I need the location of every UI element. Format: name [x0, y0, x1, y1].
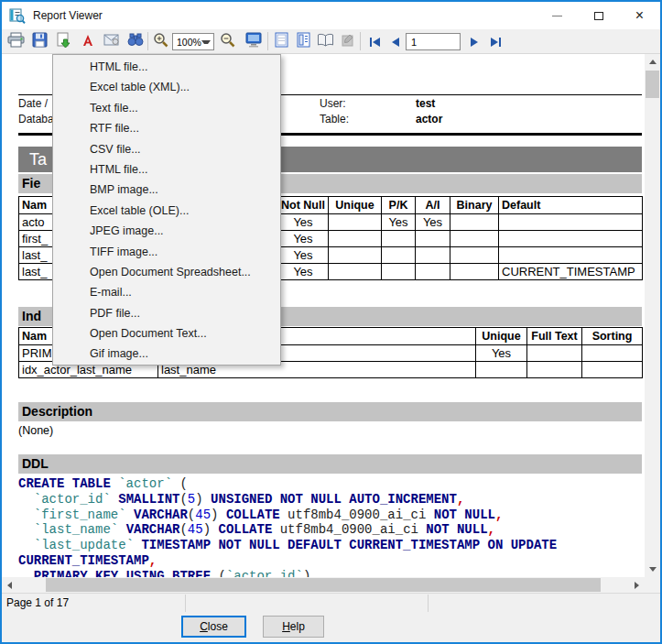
- last-page-button[interactable]: [485, 31, 506, 52]
- menu-item-1[interactable]: Excel table (XML)...: [53, 77, 280, 97]
- scroll-down-button[interactable]: [645, 562, 660, 577]
- scroll-up-button[interactable]: [645, 54, 660, 70]
- email-button[interactable]: [101, 31, 122, 52]
- fit-screen-icon: [245, 32, 262, 51]
- col-index-fulltext: Full Text: [527, 328, 582, 345]
- table-value: actor: [416, 113, 442, 126]
- ddl-line: `last_name` VARCHAR(45) COLLATE utf8mb4_…: [18, 522, 557, 538]
- printer-icon: [7, 32, 25, 51]
- col-index-sorting: Sorting: [582, 328, 643, 345]
- menu-item-4[interactable]: CSV file...: [53, 139, 280, 159]
- horizontal-scrollbar[interactable]: [2, 577, 645, 593]
- first-page-icon: [370, 38, 380, 47]
- user-value: test: [416, 97, 435, 110]
- pdf-icon: [81, 33, 95, 51]
- ddl-line: `first_name` VARCHAR(45) COLLATE utf8mb4…: [18, 508, 557, 523]
- save-button[interactable]: [29, 31, 50, 52]
- export-menu: HTML file...Excel table (XML)...Text fil…: [52, 54, 281, 366]
- menu-item-3[interactable]: RTF file...: [53, 118, 280, 138]
- minimize-icon: [552, 16, 562, 16]
- horizontal-scroll-thumb[interactable]: [46, 578, 601, 592]
- menu-item-10[interactable]: Open Document Spreadsheet...: [53, 262, 280, 282]
- close-button[interactable]: Close: [181, 616, 246, 638]
- export-button[interactable]: [53, 31, 74, 52]
- multi-page-icon: [297, 32, 311, 51]
- close-window-button[interactable]: ×: [619, 2, 660, 29]
- menu-item-6[interactable]: BMP image...: [53, 180, 280, 200]
- minimize-button[interactable]: [537, 2, 578, 29]
- status-separator: [185, 595, 186, 612]
- menu-item-13[interactable]: Open Document Text...: [53, 323, 280, 344]
- report-viewer-window: Report Viewer × 100%: [0, 0, 662, 644]
- vertical-scrollbar[interactable]: [645, 54, 660, 577]
- pdf-button[interactable]: [77, 31, 98, 52]
- book-preview-button[interactable]: [315, 31, 336, 52]
- col-pk: P/K: [382, 197, 416, 214]
- prev-page-icon: [392, 38, 399, 47]
- database-label: Databa: [18, 113, 54, 126]
- page-setup-icon: [275, 32, 288, 51]
- page-setup-button[interactable]: [271, 31, 292, 52]
- toolbar-separator: [360, 32, 361, 50]
- chevron-down-icon: [649, 567, 657, 572]
- caption-buttons: ×: [537, 2, 660, 29]
- fit-screen-button[interactable]: [243, 31, 264, 52]
- print-button[interactable]: [5, 31, 27, 52]
- first-page-button[interactable]: [364, 31, 385, 52]
- menu-item-11[interactable]: E-mail...: [53, 282, 280, 302]
- statusbar: Page 1 of 17: [2, 593, 660, 612]
- col-default: Default: [499, 197, 643, 214]
- scroll-right-button[interactable]: [629, 577, 645, 593]
- toolbar-separator: [147, 32, 148, 50]
- menu-item-0[interactable]: HTML file...: [53, 57, 280, 77]
- menu-item-14[interactable]: Gif image...: [53, 344, 280, 364]
- last-page-icon: [491, 38, 501, 47]
- maximize-button[interactable]: [578, 2, 619, 29]
- zoom-out-button[interactable]: [217, 31, 238, 52]
- ddl-line: `last_update` TIMESTAMP NOT NULL DEFAULT…: [18, 538, 557, 553]
- ddl-line: CURRENT_TIMESTAMP,: [18, 553, 557, 569]
- multi-page-button[interactable]: [293, 31, 314, 52]
- ddl-line: CREATE TABLE `actor` (: [18, 476, 557, 492]
- menu-item-5[interactable]: HTML file...: [53, 159, 280, 180]
- chevron-down-icon: [201, 40, 211, 44]
- next-page-button[interactable]: [463, 31, 484, 52]
- menu-item-8[interactable]: JPEG image...: [53, 221, 280, 241]
- chevron-up-icon: [649, 60, 657, 64]
- menu-item-12[interactable]: PDF file...: [53, 303, 280, 323]
- col-not-null: Not Null: [278, 197, 329, 214]
- window-title: Report Viewer: [33, 9, 103, 22]
- save-icon: [32, 32, 48, 51]
- export-icon: [56, 32, 71, 52]
- vertical-scroll-thumb[interactable]: [646, 71, 659, 98]
- chevron-right-icon: [635, 582, 639, 589]
- menu-item-2[interactable]: Text file...: [53, 98, 280, 118]
- user-label: User:: [320, 97, 346, 110]
- help-button[interactable]: Help: [263, 616, 324, 638]
- ddl-section-header: DDL: [18, 454, 642, 474]
- find-icon: [127, 33, 144, 50]
- find-button[interactable]: [125, 31, 146, 52]
- col-index-unique: Unique: [476, 328, 527, 345]
- ddl-code: CREATE TABLE `actor` ( `actor_id` SMALLI…: [18, 476, 557, 577]
- book-icon: [317, 33, 334, 50]
- zoom-in-button[interactable]: [150, 31, 171, 52]
- status-separator: [428, 595, 429, 612]
- col-binary: Binary: [450, 197, 499, 214]
- description-value: (None): [18, 424, 53, 437]
- scrollbar-corner: [645, 577, 660, 593]
- scroll-left-button[interactable]: [2, 577, 17, 593]
- edit-page-button[interactable]: [337, 31, 358, 52]
- next-page-icon: [471, 38, 478, 47]
- description-section-header: Description: [18, 402, 642, 421]
- page-number-input[interactable]: [406, 33, 461, 50]
- zoom-out-icon: [220, 32, 236, 52]
- toolbar-separator: [267, 32, 268, 50]
- zoom-level-combo[interactable]: 100%: [172, 33, 214, 50]
- menu-item-9[interactable]: TIFF image...: [53, 242, 280, 262]
- ddl-line: `actor_id` SMALLINT(5) UNSIGNED NOT NULL…: [18, 492, 557, 508]
- prev-page-button[interactable]: [385, 31, 406, 52]
- table-label: Table:: [320, 113, 349, 126]
- menu-item-7[interactable]: Excel table (OLE)...: [53, 201, 280, 221]
- email-icon: [103, 33, 120, 50]
